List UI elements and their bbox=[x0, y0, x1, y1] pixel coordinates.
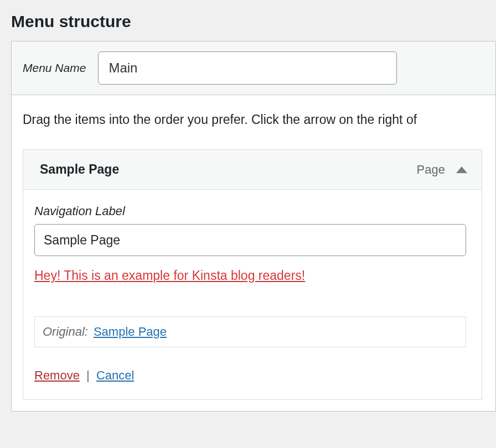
custom-description-link[interactable]: Hey! This is an example for Kinsta blog … bbox=[34, 268, 305, 283]
original-label: Original: bbox=[43, 325, 88, 339]
item-actions: Remove | Cancel bbox=[34, 368, 471, 383]
navigation-label-text: Navigation Label bbox=[34, 204, 471, 218]
menu-structure-panel: Menu Name Drag the items into the order … bbox=[11, 41, 496, 411]
menu-name-label: Menu Name bbox=[23, 61, 86, 75]
original-box: Original: Sample Page bbox=[34, 316, 466, 347]
action-separator: | bbox=[86, 368, 90, 382]
cancel-button[interactable]: Cancel bbox=[96, 368, 134, 382]
menu-header: Menu Name bbox=[12, 41, 495, 95]
menu-item-type-wrap: Page bbox=[417, 163, 467, 177]
chevron-up-icon[interactable] bbox=[456, 166, 467, 173]
menu-item-type-label: Page bbox=[417, 163, 445, 177]
menu-item-body: Navigation Label Hey! This is an example… bbox=[23, 190, 482, 399]
navigation-label-input[interactable] bbox=[34, 224, 466, 256]
remove-button[interactable]: Remove bbox=[34, 368, 80, 382]
drag-instructions: Drag the items into the order you prefer… bbox=[12, 95, 495, 139]
original-page-link[interactable]: Sample Page bbox=[94, 325, 167, 339]
menu-item-title: Sample Page bbox=[40, 162, 119, 177]
menu-name-input[interactable] bbox=[98, 51, 397, 85]
menu-item-header[interactable]: Sample Page Page bbox=[23, 150, 482, 190]
page-title: Menu structure bbox=[0, 0, 496, 41]
menu-item[interactable]: Sample Page Page Navigation Label Hey! T… bbox=[23, 149, 482, 400]
